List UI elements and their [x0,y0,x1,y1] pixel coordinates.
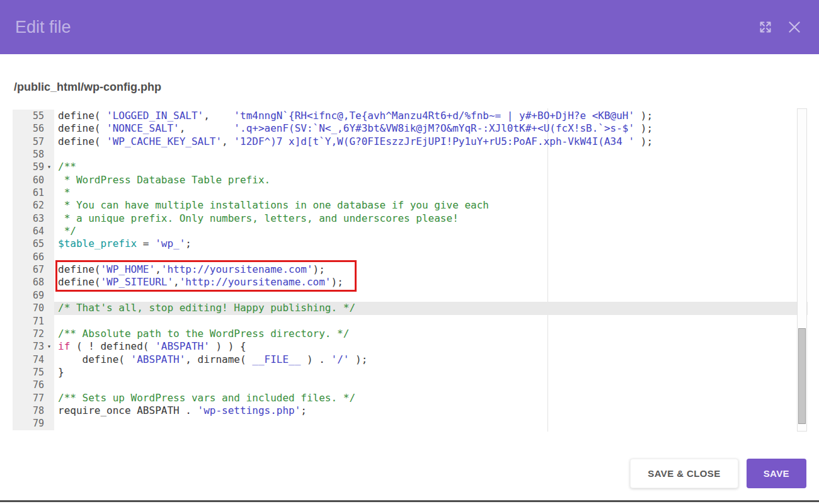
code-line[interactable]: 69 [13,289,808,302]
line-number-gutter: 75 [13,366,54,379]
window-bottom-edge [0,500,819,502]
line-number: 65 [13,238,44,250]
code-line[interactable]: 63 * a unique prefix. Only numbers, lett… [13,212,808,225]
fold-spacer [44,392,54,404]
code-text: /** [54,161,808,173]
fold-spacer [44,366,54,379]
edit-file-dialog: Edit file /public_html/wp-config.php 55d… [0,0,819,504]
code-line[interactable]: 71 [13,315,808,328]
code-editor[interactable]: 55define( 'LOGGED_IN_SALT', 'tm4nngN`{RH… [13,108,808,432]
line-number-gutter: 74 [13,353,54,366]
code-line[interactable]: 67define('WP_HOME','http://yoursitename.… [13,263,808,276]
fold-spacer [44,199,54,212]
code-text: * a unique prefix. Only numbers, letters… [54,212,808,225]
code-line[interactable]: 79 [13,417,808,430]
code-text: $table_prefix = 'wp_'; [54,238,808,250]
fold-spacer [44,110,54,122]
code-line[interactable]: 74 define( 'ABSPATH', dirname( __FILE__ … [13,353,808,366]
code-line[interactable]: 73▾if ( ! defined( 'ABSPATH' ) ) { [13,340,808,353]
code-text: define( 'LOGGED_IN_SALT', 'tm4nngN`{RH<i… [54,110,808,122]
line-number-gutter: 68 [13,276,54,289]
line-number: 70 [13,302,44,314]
code-text [54,417,808,430]
fold-spacer [44,251,54,263]
line-number-gutter: 64 [13,225,54,238]
line-number: 73 [13,340,44,353]
line-number: 55 [13,110,44,122]
fold-spacer [44,135,54,148]
code-line[interactable]: 78require_once ABSPATH . 'wp-settings.ph… [13,404,808,417]
code-text: define('WP_HOME','http://yoursitename.co… [54,263,808,276]
line-number: 75 [13,366,44,379]
line-number-gutter: 58 [13,148,54,161]
dialog-header-actions [756,18,804,37]
fold-spacer [44,379,54,391]
code-text: define( 'NONCE_SALT', '.q+>aenF(SV:`N<_,… [54,122,808,135]
code-text: * You can have multiple installations in… [54,199,808,212]
code-text: * WordPress Database Table prefix. [54,174,808,186]
line-number: 76 [13,379,44,391]
code-line[interactable]: 56define( 'NONCE_SALT', '.q+>aenF(SV:`N<… [13,122,808,135]
line-number-gutter: 66 [13,251,54,263]
code-line[interactable]: 57define( 'WP_CACHE_KEY_SALT', '12DF^)7 … [13,135,808,148]
code-text: define( 'WP_CACHE_KEY_SALT', '12DF^)7 x]… [54,135,808,148]
line-number: 72 [13,328,44,340]
code-line[interactable]: 59▾/** [13,161,808,173]
code-line[interactable]: 77/** Sets up WordPress vars and include… [13,392,808,404]
code-line[interactable]: 55define( 'LOGGED_IN_SALT', 'tm4nngN`{RH… [13,110,808,122]
line-number: 67 [13,263,44,276]
code-line[interactable]: 70/* That's all, stop editing! Happy pub… [13,302,808,314]
fold-spacer [44,263,54,276]
code-line[interactable]: 62 * You can have multiple installations… [13,199,808,212]
expand-icon[interactable] [756,18,775,37]
line-number: 56 [13,122,44,135]
close-icon[interactable] [785,18,804,37]
fold-spacer [44,212,54,225]
code-text [54,289,808,302]
code-line[interactable]: 61 * [13,186,808,199]
save-button[interactable]: SAVE [747,459,806,488]
code-line[interactable]: 58 [13,148,808,161]
line-number-gutter: 79 [13,417,54,430]
fold-arrow-icon[interactable]: ▾ [44,340,54,353]
code-line[interactable]: 75} [13,366,808,379]
fold-spacer [44,404,54,417]
code-text: /* That's all, stop editing! Happy publi… [54,302,808,314]
line-number: 69 [13,289,44,302]
code-text: */ [54,225,808,238]
code-line[interactable]: 64 */ [13,225,808,238]
line-number-gutter: 62 [13,199,54,212]
fold-arrow-icon[interactable]: ▾ [44,161,54,173]
code-text: /** Sets up WordPress vars and included … [54,392,808,404]
scrollbar-thumb[interactable] [798,328,806,424]
line-number: 78 [13,404,44,417]
line-number: 58 [13,148,44,161]
code-line[interactable]: 60 * WordPress Database Table prefix. [13,174,808,186]
line-number: 62 [13,199,44,212]
line-number: 71 [13,315,44,328]
code-line[interactable]: 65$table_prefix = 'wp_'; [13,238,808,250]
editor-scrollbar[interactable] [797,108,807,432]
dialog-title: Edit file [15,18,71,37]
code-line[interactable]: 76 [13,379,808,391]
fold-spacer [44,289,54,302]
line-number-gutter: 77 [13,392,54,404]
line-number-gutter: 78 [13,404,54,417]
code-line[interactable]: 72/** Absolute path to the WordPress dir… [13,328,808,340]
fold-spacer [44,328,54,340]
line-number-gutter: 67 [13,263,54,276]
line-number-gutter: 57 [13,135,54,148]
line-number-gutter: 56 [13,122,54,135]
line-number: 74 [13,353,44,366]
code-text: } [54,366,808,379]
code-line[interactable]: 68define('WP_SITEURL','http://yoursitena… [13,276,808,289]
line-number: 61 [13,186,44,199]
dialog-footer: SAVE & CLOSE SAVE [630,459,806,488]
fold-spacer [44,148,54,161]
code-line[interactable]: 66 [13,251,808,263]
line-number: 66 [13,251,44,263]
line-number-gutter: 60 [13,174,54,186]
code-text [54,379,808,391]
save-and-close-button[interactable]: SAVE & CLOSE [630,459,738,488]
line-number: 57 [13,135,44,148]
